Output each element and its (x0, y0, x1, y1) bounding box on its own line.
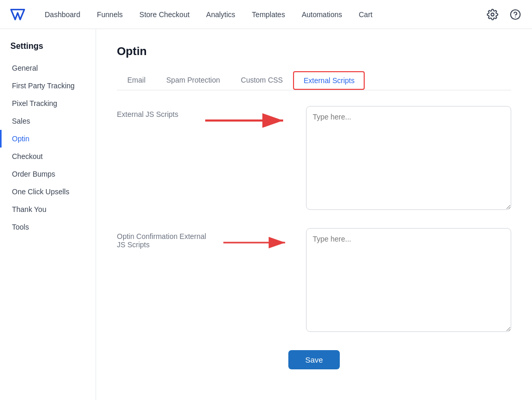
nav-store-checkout[interactable]: Store Checkout (132, 6, 197, 23)
tab-spam-protection[interactable]: Spam Protection (156, 71, 231, 90)
field2-label: Optin Confirmation External JS Scripts (117, 232, 215, 249)
field2-label-col: Optin Confirmation External JS Scripts (117, 228, 294, 253)
nav-funnels[interactable]: Funnels (90, 6, 130, 23)
sidebar-item-pixel-tracking[interactable]: Pixel Tracking (0, 95, 96, 112)
sidebar-item-checkout[interactable]: Checkout (0, 148, 96, 165)
external-js-scripts-input[interactable] (306, 106, 511, 210)
nav-links: Dashboard Funnels Store Checkout Analyti… (37, 6, 484, 23)
sidebar-item-order-bumps[interactable]: Order Bumps (0, 165, 96, 183)
field1-label-col: External JS Scripts (117, 106, 294, 131)
nav-automations[interactable]: Automations (295, 6, 350, 23)
sidebar-title: Settings (0, 42, 96, 59)
nav-dashboard[interactable]: Dashboard (37, 6, 88, 23)
nav-cart[interactable]: Cart (351, 6, 379, 23)
help-icon[interactable] (507, 6, 524, 23)
nav-icon-area (484, 6, 524, 23)
sidebar-item-first-party-tracking[interactable]: First Party Tracking (0, 77, 96, 95)
svg-point-1 (491, 13, 494, 16)
svg-marker-0 (11, 9, 24, 19)
logo[interactable] (8, 5, 27, 24)
tab-email[interactable]: Email (117, 71, 156, 90)
optin-confirmation-js-scripts-input[interactable] (306, 228, 511, 332)
sidebar-item-general[interactable]: General (0, 59, 96, 77)
settings-icon[interactable] (484, 6, 501, 23)
arrow1-icon (200, 110, 294, 131)
tab-external-scripts[interactable]: External Scripts (293, 71, 365, 90)
optin-confirmation-scripts-section: Optin Confirmation External JS Scripts (117, 228, 511, 334)
tab-custom-css[interactable]: Custom CSS (231, 71, 294, 90)
sidebar-item-one-click-upsells[interactable]: One Click Upsells (0, 183, 96, 201)
nav-analytics[interactable]: Analytics (199, 6, 243, 23)
tab-bar: Email Spam Protection Custom CSS Externa… (117, 71, 511, 90)
sidebar-item-thank-you[interactable]: Thank You (0, 201, 96, 218)
arrow2-icon (219, 232, 294, 253)
sidebar-item-optin[interactable]: Optin (0, 130, 96, 148)
field1-label: External JS Scripts (117, 110, 178, 118)
sidebar-item-sales[interactable]: Sales (0, 112, 96, 130)
main-content: Optin Email Spam Protection Custom CSS E… (96, 29, 532, 400)
save-button[interactable]: Save (288, 350, 339, 369)
sidebar: Settings General First Party Tracking Pi… (0, 29, 96, 400)
field2-textarea-col (306, 228, 511, 334)
external-js-scripts-section: External JS Scripts (117, 106, 511, 211)
save-area: Save (117, 350, 511, 369)
sidebar-item-tools[interactable]: Tools (0, 218, 96, 236)
main-layout: Settings General First Party Tracking Pi… (0, 29, 532, 400)
field1-textarea-col (306, 106, 511, 211)
nav-templates[interactable]: Templates (245, 6, 292, 23)
page-title: Optin (117, 45, 511, 58)
top-navigation: Dashboard Funnels Store Checkout Analyti… (0, 0, 532, 29)
